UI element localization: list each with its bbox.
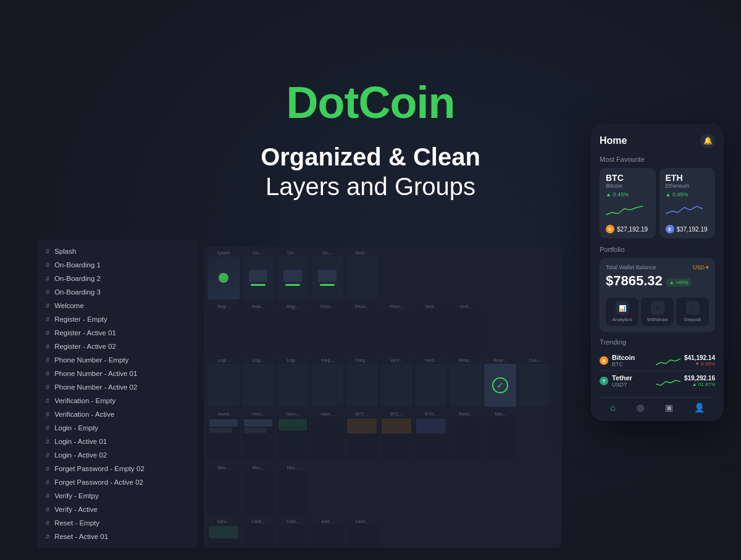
layer-hash-icon: # bbox=[46, 506, 49, 513]
row4-label-9: Teth... bbox=[484, 412, 516, 416]
phone-header: Home 🔔 bbox=[600, 133, 715, 148]
layer-item[interactable]: #Reset - Active 01 bbox=[37, 530, 198, 543]
row3-label-2: Logi... bbox=[242, 358, 274, 362]
btc-fav-card[interactable]: BTC Bitcoin ▲ 0.45% B $27,192.19 bbox=[600, 168, 656, 238]
screen-thumb-l1 bbox=[207, 364, 240, 407]
screen-thumb-v1 bbox=[380, 364, 412, 407]
trending-btc-name: BTC bbox=[612, 361, 652, 367]
trending-usdt-dot: T bbox=[600, 377, 608, 385]
nav-profile-icon[interactable]: 👤 bbox=[694, 403, 705, 412]
row2-label-3: Regi... bbox=[277, 304, 309, 309]
layer-item[interactable]: #Verification - Active bbox=[37, 407, 198, 421]
nav-market-icon[interactable]: ◎ bbox=[637, 403, 644, 412]
trending-section: Trending B Bitcoin BTC $41,192.14 ▼ 0.55… bbox=[600, 338, 715, 391]
eth-sparkline bbox=[666, 203, 703, 217]
layer-hash-icon: # bbox=[46, 492, 49, 499]
screen-thumb-s1 bbox=[207, 525, 240, 548]
layer-item-label: Phone Number - Active 02 bbox=[54, 383, 137, 391]
nav-home-icon[interactable]: ⌂ bbox=[610, 403, 615, 412]
trending-usdt-info: Tether USDT bbox=[612, 374, 652, 388]
withdraw-action[interactable]: ↑ Withdraw bbox=[641, 298, 674, 326]
analytics-action[interactable]: 📊 Analytics bbox=[606, 298, 638, 326]
eth-change: ▲ 0.45% bbox=[666, 191, 710, 198]
layer-hash-icon: # bbox=[46, 356, 49, 364]
screen-thumb-v2 bbox=[415, 364, 447, 407]
layer-item[interactable]: #Register - Active 02 bbox=[37, 340, 198, 353]
trending-usdt-name: USDT bbox=[612, 382, 652, 388]
eth-coin-dot: E bbox=[666, 225, 674, 233]
layer-item-label: On-Boarding 2 bbox=[54, 275, 101, 282]
layer-hash-icon: # bbox=[46, 316, 49, 323]
screen-label-splash: Splash bbox=[207, 251, 240, 255]
layer-item[interactable]: #Reset - Active 02 bbox=[37, 543, 198, 548]
layer-item-label: Register - Active 02 bbox=[54, 343, 116, 350]
row3-label-6: Verif... bbox=[380, 358, 412, 362]
btc-price: $27,192.19 bbox=[617, 226, 648, 233]
screen-thumb-l3 bbox=[277, 364, 309, 407]
layer-item[interactable]: #Verify - Active bbox=[37, 503, 198, 516]
btc-sparkline bbox=[606, 203, 643, 217]
screen-thumb-welcome bbox=[346, 256, 378, 299]
btc-name: Bitcoin bbox=[606, 183, 650, 189]
layer-item[interactable]: #Splash bbox=[37, 244, 198, 258]
trending-label: Trending bbox=[600, 338, 715, 346]
layer-item[interactable]: #Verify - Emtpy bbox=[37, 489, 198, 503]
layer-item[interactable]: #Register - Active 01 bbox=[37, 326, 198, 340]
favourite-cards: BTC Bitcoin ▲ 0.45% B $27,192.19 ETH Eth… bbox=[600, 168, 715, 238]
screen-thumb-h1 bbox=[207, 417, 240, 461]
bell-icon[interactable]: 🔔 bbox=[700, 133, 715, 148]
layer-item-label: Splash bbox=[54, 248, 76, 255]
trending-usdt-chart bbox=[656, 374, 680, 388]
layer-hash-icon: # bbox=[46, 302, 49, 309]
screen-thumb-r2 bbox=[242, 310, 274, 353]
trending-btc-change: ▼ 0.55% bbox=[684, 361, 715, 367]
eth-fav-card[interactable]: ETH Ethereum ▲ 0.45% E $37,192.19 bbox=[659, 168, 716, 238]
layer-item-label: Phone Number - Active 01 bbox=[54, 370, 137, 377]
screen-thumb-h2 bbox=[242, 417, 274, 461]
layer-hash-icon: # bbox=[46, 479, 49, 486]
row2-label-4: Phon... bbox=[311, 304, 343, 309]
layer-item[interactable]: #Forget Password - Active 02 bbox=[37, 475, 198, 489]
row4-label-8: Rave... bbox=[450, 412, 482, 416]
row2-label-2: Real... bbox=[242, 304, 274, 309]
nav-portfolio-icon[interactable]: ▣ bbox=[665, 403, 673, 412]
row5-label-3: Mes... bbox=[277, 466, 309, 470]
layer-item-label: Verify - Active bbox=[54, 506, 98, 513]
layer-item[interactable]: #On-Boarding 3 bbox=[37, 285, 198, 299]
trending-usdt-price-block: $19,292.16 ▲ 01.87% bbox=[684, 375, 715, 387]
layer-item[interactable]: #Login - Active 01 bbox=[37, 435, 198, 448]
screen-label-on3: On-... bbox=[311, 251, 343, 255]
layer-item[interactable]: #On-Boarding 1 bbox=[37, 258, 198, 272]
trending-tether[interactable]: T Tether USDT $19,292.16 ▲ 01.87% bbox=[600, 371, 715, 391]
layer-item-label: Forget Password - Active 02 bbox=[54, 479, 143, 486]
layer-item[interactable]: #Reset - Empty bbox=[37, 516, 198, 530]
screen-thumb-r4 bbox=[311, 310, 343, 353]
portfolio-header: Total Wallet Balance USD ▾ bbox=[606, 264, 709, 270]
row3-label-5: Forg... bbox=[346, 358, 378, 362]
deposit-action[interactable]: ↓ Deposit bbox=[676, 298, 709, 326]
screen-thumb-onboarding2 bbox=[277, 256, 309, 299]
layer-item[interactable]: #On-Boarding 2 bbox=[37, 272, 198, 285]
screen-thumb-m1 bbox=[207, 471, 240, 514]
layer-item[interactable]: #Phone Number - Active 01 bbox=[37, 367, 198, 380]
portfolio-balance: $7865.32 bbox=[606, 273, 663, 289]
layer-item[interactable]: #Phone Number - Active 02 bbox=[37, 380, 198, 394]
layer-item[interactable]: #Welcome bbox=[37, 299, 198, 312]
screen-thumb-f1 bbox=[311, 364, 343, 407]
screen-thumb-rave bbox=[450, 417, 482, 461]
layer-item[interactable]: #Login - Empty bbox=[37, 421, 198, 435]
trending-usdt-change: ▲ 01.87% bbox=[684, 382, 715, 387]
layer-item[interactable]: #Phone Number - Empty bbox=[37, 353, 198, 367]
portfolio-section-label: Portfolio bbox=[600, 246, 715, 253]
layer-item[interactable]: #Forget Password - Empty 02 bbox=[37, 462, 198, 475]
layer-item[interactable]: #Login - Active 02 bbox=[37, 448, 198, 462]
layer-item[interactable]: #Register - Empty bbox=[37, 312, 198, 326]
trending-bitcoin[interactable]: B Bitcoin BTC $41,192.14 ▼ 0.55% bbox=[600, 351, 715, 371]
screen-thumb-rs1 bbox=[450, 364, 482, 407]
screen-thumb-con bbox=[519, 364, 551, 407]
layer-item-label: Verification - Empty bbox=[54, 397, 115, 404]
layer-item-label: Login - Empty bbox=[54, 424, 98, 432]
layer-item[interactable]: #Verification - Empty bbox=[37, 394, 198, 407]
row6-label-3: Card... bbox=[277, 519, 309, 524]
screen-thumb-f2 bbox=[346, 364, 378, 407]
